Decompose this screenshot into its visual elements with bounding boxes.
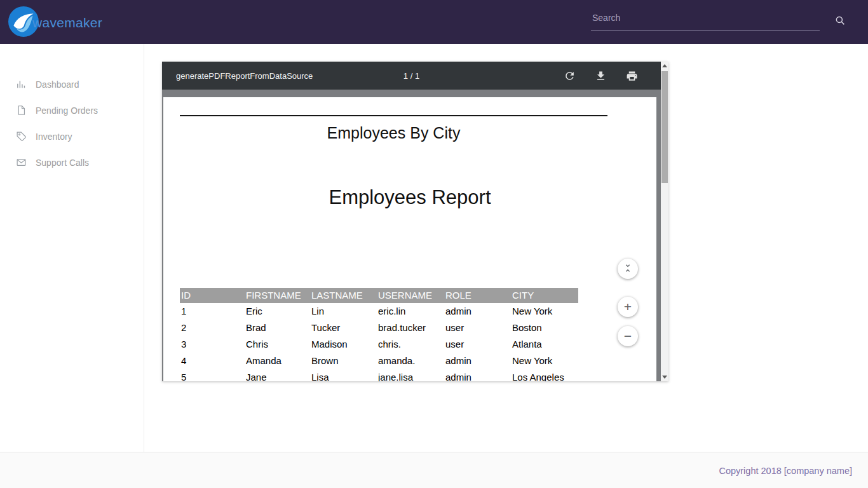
pdf-title: generatePDFReportFromDataSource [162,71,313,81]
table-cell: admin [444,369,511,381]
top-header: wavemaker [0,0,868,44]
table-cell: user [444,320,511,336]
pdf-viewer: generatePDFReportFromDataSource 1 / 1 [162,62,668,381]
table-cell: Boston [511,320,578,336]
sidebar-item-pending-orders[interactable]: Pending Orders [0,97,144,123]
table-cell: 2 [180,320,245,336]
table-header-cell: ROLE [444,288,511,303]
print-icon[interactable] [626,70,638,82]
table-cell: Amanda [245,353,310,369]
sidebar-item-label: Support Calls [36,158,89,168]
plus-icon: + [624,299,632,315]
fit-to-page-button[interactable] [618,259,638,279]
table-header-cell: ID [180,288,245,303]
horizontal-rule [180,115,607,116]
envelope-icon [16,157,27,168]
table-cell: 5 [180,369,245,381]
table-cell: Lisa [310,369,377,381]
table-cell: Brown [310,353,377,369]
zoom-out-button[interactable]: − [618,326,638,346]
table-header-cell: LASTNAME [310,288,377,303]
document-subheading: Employees Report [163,186,656,209]
document-icon [16,105,27,116]
pdf-toolbar-actions [564,62,638,90]
scroll-up-arrow-icon[interactable] [661,62,668,70]
table-cell: 3 [180,336,245,353]
search-icon[interactable] [834,15,846,26]
minus-icon: − [624,329,632,344]
wavemaker-logo[interactable]: wavemaker [8,6,102,40]
sidebar-item-label: Pending Orders [36,105,98,116]
search-input[interactable] [591,8,820,30]
table-cell: Tucker [310,320,377,336]
table-cell: brad.tucker [377,320,444,336]
table-cell: admin [444,303,511,320]
table-cell: Madison [310,336,377,353]
download-icon[interactable] [595,70,607,82]
table-cell: Lin [310,303,377,320]
pdf-scrollbar[interactable] [661,62,668,381]
fit-to-page-icon [623,261,633,276]
table-cell: Brad [245,320,310,336]
page-footer: Copyright 2018 [company name] [0,452,868,488]
table-row: 5 Jane Lisa jane.lisa admin Los Angeles [180,369,578,381]
table-cell: New York [511,353,578,369]
table-cell: New York [511,303,578,320]
pdf-page: Employees By City Employees Report ID FI… [163,97,656,381]
table-row: 4 Amanda Brown amanda. admin New York [180,353,578,369]
sidebar-item-inventory[interactable]: Inventory [0,123,144,149]
sidebar-item-label: Inventory [36,132,72,142]
table-cell: user [444,336,511,353]
search-field-wrap [591,8,820,30]
table-cell: Atlanta [511,336,578,353]
table-cell: admin [444,353,511,369]
table-row: 1 Eric Lin eric.lin admin New York [180,303,578,320]
scrollbar-thumb[interactable] [661,71,668,183]
table-header-row: ID FIRSTNAME LASTNAME USERNAME ROLE CITY [180,288,578,303]
table-row: 3 Chris Madison chris. user Atlanta [180,336,578,353]
pdf-content-area: Employees By City Employees Report ID FI… [162,90,661,381]
table-cell: Los Angeles [511,369,578,381]
employees-table: ID FIRSTNAME LASTNAME USERNAME ROLE CITY… [180,288,578,381]
sidebar-item-dashboard[interactable]: Dashboard [0,71,144,97]
table-cell: Eric [245,303,310,320]
table-header-cell: FIRSTNAME [245,288,310,303]
sidebar-menu: Dashboard Pending Orders Inventory [0,71,144,175]
table-header-cell: CITY [511,288,578,303]
tag-icon [16,131,27,142]
sidebar-item-support-calls[interactable]: Support Calls [0,149,144,175]
table-header-cell: USERNAME [377,288,444,303]
rotate-icon[interactable] [564,70,576,82]
bar-chart-icon [16,79,27,90]
table-row: 2 Brad Tucker brad.tucker user Boston [180,320,578,336]
table-cell: 1 [180,303,245,320]
pdf-toolbar: generatePDFReportFromDataSource 1 / 1 [162,62,661,90]
brand-name: wavemaker [32,15,102,30]
table-cell: chris. [377,336,444,353]
table-cell: jane.lisa [377,369,444,381]
table-cell: eric.lin [377,303,444,320]
table-cell: amanda. [377,353,444,369]
table-cell: Chris [245,336,310,353]
sidebar-item-label: Dashboard [36,79,79,90]
table-cell: 4 [180,353,245,369]
app-window: wavemaker Dashboard [0,0,868,488]
sidebar: Dashboard Pending Orders Inventory [0,44,144,452]
scroll-down-arrow-icon[interactable] [661,373,668,381]
copyright-text: Copyright 2018 [company name] [719,452,852,488]
table-cell: Jane [245,369,310,381]
zoom-in-button[interactable]: + [618,297,638,317]
document-heading: Employees By City [180,124,607,142]
